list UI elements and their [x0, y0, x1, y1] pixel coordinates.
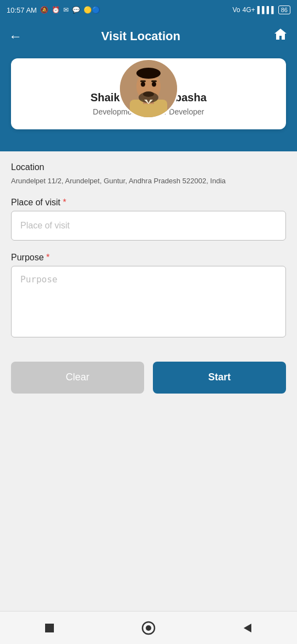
purpose-label: Purpose *	[11, 253, 286, 263]
stop-icon[interactable]	[38, 617, 61, 639]
svg-point-5	[143, 91, 154, 97]
alarm-icon: ⏰	[52, 6, 60, 14]
status-bar: 10:57 AM 🔕 ⏰ ✉ 💬 🟡🔵 Vo 4G+ ▌▌▌▌ 86	[0, 0, 297, 20]
signal-4g-icon: 4G+	[243, 6, 255, 14]
location-section: Location Arundelpet 11/2, Arundelpet, Gu…	[11, 162, 286, 187]
battery-icon: 86	[278, 6, 290, 14]
place-of-visit-label: Place of visit *	[11, 198, 286, 208]
svg-point-6	[141, 82, 145, 87]
svg-point-14	[146, 625, 151, 631]
svg-point-7	[152, 82, 156, 87]
signal-bars: ▌▌▌▌	[257, 6, 276, 14]
body-wrapper: Shaik Mohiddin basha Development , Senio…	[0, 53, 297, 405]
message-icon: ✉	[63, 6, 69, 14]
place-of-visit-input[interactable]	[11, 211, 286, 241]
purpose-input[interactable]	[11, 266, 286, 337]
purpose-required-star: *	[46, 253, 50, 262]
header-section: Shaik Mohiddin basha Development , Senio…	[0, 53, 297, 151]
svg-rect-12	[45, 624, 54, 632]
back-button[interactable]: ←	[9, 29, 22, 44]
back-triangle-icon[interactable]	[237, 617, 258, 639]
purpose-section: Purpose *	[11, 253, 286, 356]
clear-button[interactable]: Clear	[11, 362, 144, 394]
dots-icon: 🟡🔵	[84, 6, 100, 14]
start-button[interactable]: Start	[153, 362, 286, 394]
avatar	[118, 58, 179, 119]
content-area: Location Arundelpet 11/2, Arundelpet, Gu…	[0, 151, 297, 405]
nav-bar: ← Visit Location	[0, 20, 297, 53]
location-label: Location	[11, 162, 286, 172]
place-of-visit-section: Place of visit *	[11, 198, 286, 253]
mute-icon: 🔕	[40, 6, 48, 14]
svg-rect-9	[151, 80, 157, 82]
place-required-star: *	[63, 198, 66, 207]
svg-rect-8	[140, 80, 146, 82]
status-time: 10:57 AM	[7, 6, 37, 14]
chat-icon: 💬	[72, 6, 80, 14]
svg-point-10	[136, 68, 161, 79]
status-right: Vo 4G+ ▌▌▌▌ 86	[233, 6, 290, 14]
button-row: Clear Start	[11, 362, 286, 394]
home-button[interactable]	[273, 27, 288, 46]
status-left: 10:57 AM 🔕 ⏰ ✉ 💬 🟡🔵	[7, 6, 100, 14]
location-address: Arundelpet 11/2, Arundelpet, Guntur, And…	[11, 176, 286, 187]
page-title: Visit Location	[31, 29, 251, 43]
svg-marker-15	[244, 624, 251, 632]
network-icon: Vo	[233, 6, 240, 14]
home-circle-icon[interactable]	[138, 617, 160, 639]
bottom-nav	[0, 611, 297, 644]
